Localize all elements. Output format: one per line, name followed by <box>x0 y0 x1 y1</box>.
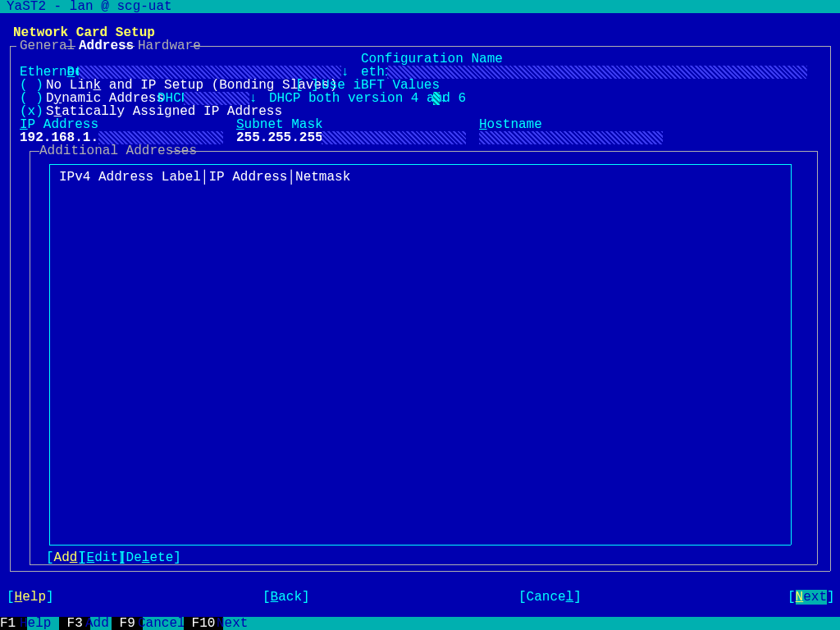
device-type-dropdown[interactable] <box>79 66 341 79</box>
cancel-button[interactable]: [Cancel] <box>518 591 582 604</box>
hostname-field[interactable] <box>479 131 663 144</box>
subnet-field-pad[interactable] <box>322 131 466 144</box>
label-subnet: Subnet Mask <box>236 118 323 131</box>
back-button[interactable]: [Back] <box>262 591 310 604</box>
config-name-field[interactable] <box>387 66 807 79</box>
radio-no-link[interactable]: ( ) <box>20 79 43 92</box>
label-no-link: No Link and IP Setup (Bonding Slaves) <box>46 79 337 92</box>
fkey-f9-label[interactable]: Cancel <box>138 617 185 630</box>
dhcp-version-field-end <box>433 92 440 105</box>
radio-dynamic[interactable]: ( ) <box>20 92 43 105</box>
page-title: Network Card Setup <box>13 26 155 39</box>
fkey-f10-label[interactable]: Next <box>217 617 248 630</box>
dropdown-arrow-icon-3[interactable]: ↓ <box>440 92 448 105</box>
label-ibft: Use iBFT Values <box>322 79 440 92</box>
radio-static[interactable]: (x) <box>20 105 43 118</box>
device-type-value[interactable]: Ethernet <box>20 66 83 79</box>
table-header: IPv4 Address Label│IP Address│Netmask <box>59 171 350 184</box>
window-title: YaST2 - lan @ scg-uat <box>7 0 172 13</box>
ip-address-field-pad[interactable] <box>98 131 223 144</box>
delete-button[interactable]: [Delete] <box>118 551 181 564</box>
label-device-type: DDevice Typeevice Type <box>20 52 153 66</box>
label-ip: IP Address <box>20 118 98 131</box>
label-hostname: Hostname <box>479 118 542 131</box>
help-button[interactable]: [Help] <box>7 591 54 604</box>
dhcp-mode-field[interactable] <box>184 92 249 105</box>
fkey-f1-label[interactable]: Help <box>20 617 51 630</box>
label-dynamic: Dynamic Address <box>46 92 164 105</box>
checkbox-ibft[interactable]: [ ] <box>295 79 319 92</box>
next-button[interactable]: [Next] <box>788 591 835 604</box>
dropdown-arrow-icon-2[interactable]: ↓ <box>249 92 258 105</box>
fkey-f3-label[interactable]: Add <box>85 617 109 630</box>
label-static: Statically Assigned IP Address <box>46 105 282 118</box>
dropdown-arrow-icon[interactable]: ↓ <box>341 66 349 79</box>
label-config-name: Configuration Name <box>361 52 503 66</box>
